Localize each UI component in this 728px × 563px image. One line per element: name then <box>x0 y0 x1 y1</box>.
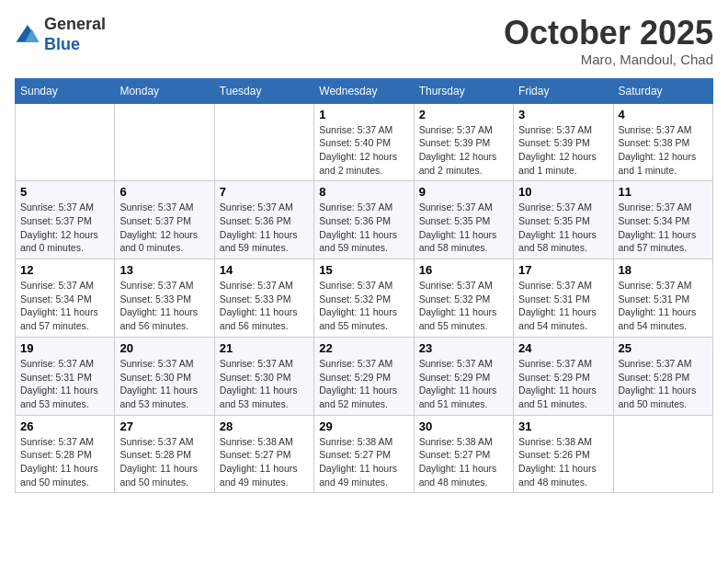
day-info: Sunrise: 5:37 AM Sunset: 5:33 PM Dayligh… <box>220 279 309 333</box>
calendar-cell: 26Sunrise: 5:37 AM Sunset: 5:28 PM Dayli… <box>16 415 115 493</box>
calendar-cell <box>214 103 313 181</box>
calendar-cell: 14Sunrise: 5:37 AM Sunset: 5:33 PM Dayli… <box>214 259 313 338</box>
logo-icon <box>15 22 40 48</box>
day-number: 31 <box>518 419 608 433</box>
day-number: 15 <box>319 263 408 277</box>
day-number: 19 <box>20 341 109 355</box>
calendar-cell: 23Sunrise: 5:37 AM Sunset: 5:29 PM Dayli… <box>414 337 513 415</box>
calendar-cell: 20Sunrise: 5:37 AM Sunset: 5:30 PM Dayli… <box>115 337 214 415</box>
calendar-cell: 8Sunrise: 5:37 AM Sunset: 5:36 PM Daylig… <box>314 181 414 259</box>
day-number: 22 <box>319 341 408 355</box>
logo-general: General <box>44 15 106 33</box>
logo-blue: Blue <box>44 35 80 53</box>
day-info: Sunrise: 5:38 AM Sunset: 5:27 PM Dayligh… <box>220 435 309 489</box>
day-number: 23 <box>419 341 508 355</box>
day-info: Sunrise: 5:37 AM Sunset: 5:40 PM Dayligh… <box>319 123 408 178</box>
logo: General Blue <box>15 15 106 54</box>
day-number: 6 <box>119 185 209 199</box>
weekday-header: Tuesday <box>214 78 313 103</box>
calendar-cell: 17Sunrise: 5:37 AM Sunset: 5:31 PM Dayli… <box>514 259 613 338</box>
day-info: Sunrise: 5:37 AM Sunset: 5:39 PM Dayligh… <box>518 123 608 178</box>
weekday-header-row: SundayMondayTuesdayWednesdayThursdayFrid… <box>16 78 713 103</box>
day-number: 25 <box>619 341 708 355</box>
calendar-cell: 12Sunrise: 5:37 AM Sunset: 5:34 PM Dayli… <box>16 259 115 338</box>
calendar-week-row: 19Sunrise: 5:37 AM Sunset: 5:31 PM Dayli… <box>16 337 713 415</box>
calendar-cell: 21Sunrise: 5:37 AM Sunset: 5:30 PM Dayli… <box>214 337 313 415</box>
calendar-cell: 29Sunrise: 5:38 AM Sunset: 5:27 PM Dayli… <box>314 415 414 493</box>
calendar-cell: 4Sunrise: 5:37 AM Sunset: 5:38 PM Daylig… <box>613 103 712 181</box>
day-info: Sunrise: 5:37 AM Sunset: 5:28 PM Dayligh… <box>20 435 109 489</box>
day-number: 10 <box>518 185 608 199</box>
day-info: Sunrise: 5:37 AM Sunset: 5:31 PM Dayligh… <box>619 279 708 333</box>
day-info: Sunrise: 5:37 AM Sunset: 5:37 PM Dayligh… <box>119 201 209 255</box>
calendar-cell <box>115 103 214 181</box>
day-info: Sunrise: 5:38 AM Sunset: 5:27 PM Dayligh… <box>319 435 408 489</box>
weekday-header: Friday <box>514 78 613 103</box>
calendar-cell <box>613 415 712 493</box>
day-info: Sunrise: 5:37 AM Sunset: 5:36 PM Dayligh… <box>220 201 309 255</box>
day-info: Sunrise: 5:37 AM Sunset: 5:29 PM Dayligh… <box>319 357 408 411</box>
day-info: Sunrise: 5:37 AM Sunset: 5:33 PM Dayligh… <box>119 279 209 333</box>
day-number: 24 <box>518 341 608 355</box>
day-info: Sunrise: 5:37 AM Sunset: 5:32 PM Dayligh… <box>319 279 408 333</box>
day-number: 27 <box>119 419 209 433</box>
day-info: Sunrise: 5:37 AM Sunset: 5:30 PM Dayligh… <box>220 357 309 411</box>
day-info: Sunrise: 5:37 AM Sunset: 5:34 PM Dayligh… <box>20 279 109 333</box>
calendar-cell: 28Sunrise: 5:38 AM Sunset: 5:27 PM Dayli… <box>214 415 313 493</box>
calendar-cell: 1Sunrise: 5:37 AM Sunset: 5:40 PM Daylig… <box>314 103 414 181</box>
calendar-cell: 25Sunrise: 5:37 AM Sunset: 5:28 PM Dayli… <box>613 337 712 415</box>
calendar-cell: 30Sunrise: 5:38 AM Sunset: 5:27 PM Dayli… <box>414 415 513 493</box>
day-number: 13 <box>119 263 209 277</box>
day-number: 30 <box>419 419 508 433</box>
day-number: 16 <box>419 263 508 277</box>
calendar-cell: 2Sunrise: 5:37 AM Sunset: 5:39 PM Daylig… <box>414 103 513 181</box>
calendar-cell: 9Sunrise: 5:37 AM Sunset: 5:35 PM Daylig… <box>414 181 513 259</box>
weekday-header: Thursday <box>414 78 513 103</box>
day-number: 1 <box>319 108 408 121</box>
day-number: 18 <box>619 263 708 277</box>
weekday-header: Monday <box>115 78 214 103</box>
calendar-cell <box>16 103 115 181</box>
calendar-cell: 31Sunrise: 5:38 AM Sunset: 5:26 PM Dayli… <box>514 415 613 493</box>
day-number: 21 <box>220 341 309 355</box>
day-number: 5 <box>20 185 109 199</box>
day-info: Sunrise: 5:37 AM Sunset: 5:36 PM Dayligh… <box>319 201 408 255</box>
day-info: Sunrise: 5:37 AM Sunset: 5:31 PM Dayligh… <box>518 279 608 333</box>
day-info: Sunrise: 5:38 AM Sunset: 5:27 PM Dayligh… <box>419 435 508 489</box>
calendar-week-row: 5Sunrise: 5:37 AM Sunset: 5:37 PM Daylig… <box>16 181 713 259</box>
calendar-cell: 22Sunrise: 5:37 AM Sunset: 5:29 PM Dayli… <box>314 337 414 415</box>
calendar-cell: 19Sunrise: 5:37 AM Sunset: 5:31 PM Dayli… <box>16 337 115 415</box>
day-info: Sunrise: 5:37 AM Sunset: 5:28 PM Dayligh… <box>619 357 708 411</box>
weekday-header: Sunday <box>16 78 115 103</box>
weekday-header: Wednesday <box>314 78 414 103</box>
calendar-cell: 5Sunrise: 5:37 AM Sunset: 5:37 PM Daylig… <box>16 181 115 259</box>
day-number: 4 <box>619 108 708 121</box>
day-number: 2 <box>419 108 508 121</box>
day-number: 17 <box>518 263 608 277</box>
day-info: Sunrise: 5:37 AM Sunset: 5:39 PM Dayligh… <box>419 123 508 178</box>
calendar-week-row: 1Sunrise: 5:37 AM Sunset: 5:40 PM Daylig… <box>16 103 713 181</box>
calendar-cell: 10Sunrise: 5:37 AM Sunset: 5:35 PM Dayli… <box>514 181 613 259</box>
day-number: 11 <box>619 185 708 199</box>
day-info: Sunrise: 5:37 AM Sunset: 5:29 PM Dayligh… <box>419 357 508 411</box>
calendar-cell: 6Sunrise: 5:37 AM Sunset: 5:37 PM Daylig… <box>115 181 214 259</box>
logo-text: General Blue <box>44 15 106 54</box>
calendar-week-row: 26Sunrise: 5:37 AM Sunset: 5:28 PM Dayli… <box>16 415 713 493</box>
day-number: 29 <box>319 419 408 433</box>
calendar-cell: 16Sunrise: 5:37 AM Sunset: 5:32 PM Dayli… <box>414 259 513 338</box>
day-number: 14 <box>220 263 309 277</box>
calendar-cell: 11Sunrise: 5:37 AM Sunset: 5:34 PM Dayli… <box>613 181 712 259</box>
calendar-cell: 7Sunrise: 5:37 AM Sunset: 5:36 PM Daylig… <box>214 181 313 259</box>
weekday-header: Saturday <box>613 78 712 103</box>
day-info: Sunrise: 5:37 AM Sunset: 5:38 PM Dayligh… <box>619 123 708 178</box>
page-header: General Blue October 2025 Maro, Mandoul,… <box>15 15 713 67</box>
day-info: Sunrise: 5:37 AM Sunset: 5:35 PM Dayligh… <box>518 201 608 255</box>
day-info: Sunrise: 5:37 AM Sunset: 5:35 PM Dayligh… <box>419 201 508 255</box>
day-info: Sunrise: 5:38 AM Sunset: 5:26 PM Dayligh… <box>518 435 608 489</box>
title-block: October 2025 Maro, Mandoul, Chad <box>504 15 713 67</box>
calendar-cell: 3Sunrise: 5:37 AM Sunset: 5:39 PM Daylig… <box>514 103 613 181</box>
calendar-table: SundayMondayTuesdayWednesdayThursdayFrid… <box>15 78 713 494</box>
calendar-cell: 18Sunrise: 5:37 AM Sunset: 5:31 PM Dayli… <box>613 259 712 338</box>
day-info: Sunrise: 5:37 AM Sunset: 5:37 PM Dayligh… <box>20 201 109 255</box>
day-info: Sunrise: 5:37 AM Sunset: 5:29 PM Dayligh… <box>518 357 608 411</box>
